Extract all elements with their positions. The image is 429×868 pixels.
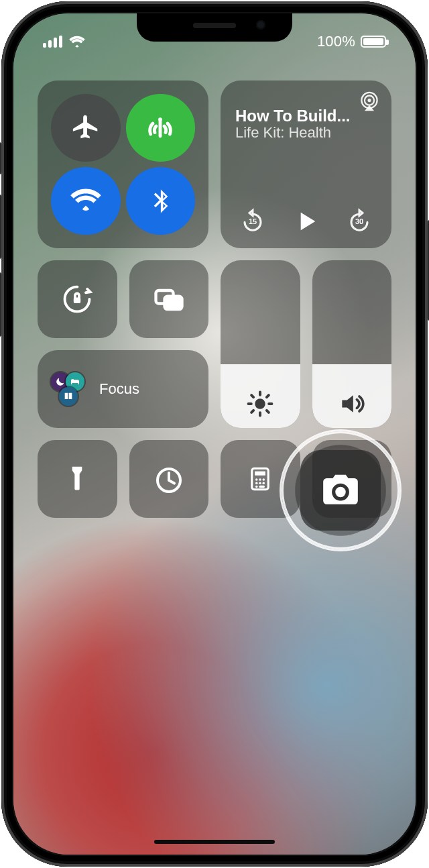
- volume-slider[interactable]: [312, 260, 392, 428]
- volume-icon: [337, 389, 367, 419]
- cellular-data-icon: [144, 112, 176, 144]
- focus-button[interactable]: Focus: [38, 350, 208, 428]
- svg-rect-6: [156, 290, 173, 304]
- camera-icon: [320, 470, 361, 511]
- skip-forward-label: 30: [355, 217, 363, 225]
- svg-point-2: [365, 96, 374, 105]
- svg-rect-10: [252, 468, 269, 490]
- brightness-fill: [221, 364, 300, 428]
- camera-button[interactable]: [300, 450, 381, 531]
- screen-mirroring-icon: [151, 282, 186, 317]
- timer-icon: [153, 463, 185, 495]
- camera-button-bg[interactable]: [312, 440, 392, 518]
- orientation-lock-icon: [60, 282, 95, 317]
- volume-up-button: [0, 195, 1, 259]
- svg-point-17: [263, 482, 265, 484]
- bluetooth-icon: [146, 187, 174, 215]
- airplay-icon[interactable]: [358, 90, 381, 113]
- media-player-tile[interactable]: How To Build... Life Kit: Health 15 30: [221, 80, 391, 248]
- svg-point-13: [259, 478, 262, 481]
- front-camera: [256, 20, 265, 30]
- media-title: How To Build...: [235, 107, 377, 124]
- screen-mirroring-button[interactable]: [129, 260, 209, 338]
- calculator-icon: [246, 465, 274, 493]
- orientation-lock-button[interactable]: [38, 260, 117, 338]
- svg-point-0: [158, 117, 162, 121]
- skip-forward-button[interactable]: 30: [346, 208, 373, 235]
- cellular-signal-icon: [43, 36, 62, 48]
- svg-point-15: [255, 482, 258, 484]
- svg-rect-7: [164, 296, 182, 310]
- volume-down-button: [0, 272, 1, 337]
- svg-rect-19: [259, 486, 265, 488]
- svg-point-16: [259, 482, 262, 484]
- svg-point-14: [263, 478, 265, 481]
- flashlight-icon: [62, 464, 92, 494]
- moon-icon: [51, 372, 70, 391]
- airplane-icon: [70, 113, 101, 144]
- book-icon: [59, 387, 78, 406]
- screen: 100%: [13, 13, 416, 855]
- calculator-button[interactable]: [221, 440, 300, 518]
- notch: [137, 13, 292, 42]
- svg-point-9: [158, 469, 180, 492]
- svg-point-4: [65, 287, 90, 312]
- mute-switch: [0, 142, 1, 174]
- wifi-toggle[interactable]: [51, 167, 121, 235]
- play-icon: [293, 208, 320, 235]
- svg-rect-20: [335, 462, 369, 496]
- focus-label: Focus: [99, 380, 139, 398]
- focus-modes-stack: [51, 372, 90, 406]
- airplane-mode-toggle[interactable]: [51, 94, 121, 162]
- connectivity-tile[interactable]: [38, 80, 208, 248]
- volume-fill: [312, 364, 392, 428]
- svg-point-12: [255, 478, 258, 481]
- svg-point-1: [361, 93, 377, 108]
- timer-button[interactable]: [129, 440, 209, 518]
- skip-back-label: 15: [249, 217, 257, 225]
- battery-icon: [361, 36, 386, 48]
- media-subtitle: Life Kit: Health: [235, 124, 377, 142]
- home-indicator[interactable]: [154, 840, 275, 844]
- bluetooth-toggle[interactable]: [126, 167, 196, 235]
- svg-point-3: [367, 99, 371, 102]
- flashlight-button[interactable]: [38, 440, 117, 518]
- skip-back-button[interactable]: 15: [239, 208, 266, 235]
- brightness-slider[interactable]: [221, 260, 300, 428]
- svg-point-8: [255, 398, 265, 409]
- speaker-grille: [193, 23, 236, 28]
- control-center: How To Build... Life Kit: Health 15 30: [38, 80, 391, 518]
- cellular-data-toggle[interactable]: [126, 94, 196, 162]
- battery-percent-label: 100%: [317, 33, 355, 50]
- svg-point-18: [255, 486, 258, 488]
- svg-rect-11: [255, 472, 265, 476]
- svg-rect-5: [74, 297, 80, 303]
- battery-indicator: 100%: [317, 33, 386, 50]
- iphone-frame: 100%: [1, 1, 428, 867]
- camera-highlight-ring: [282, 431, 400, 549]
- wifi-status-icon: [69, 35, 85, 48]
- wifi-icon: [70, 185, 102, 217]
- play-button[interactable]: [293, 208, 320, 235]
- bed-icon: [66, 372, 84, 391]
- brightness-icon: [245, 389, 275, 419]
